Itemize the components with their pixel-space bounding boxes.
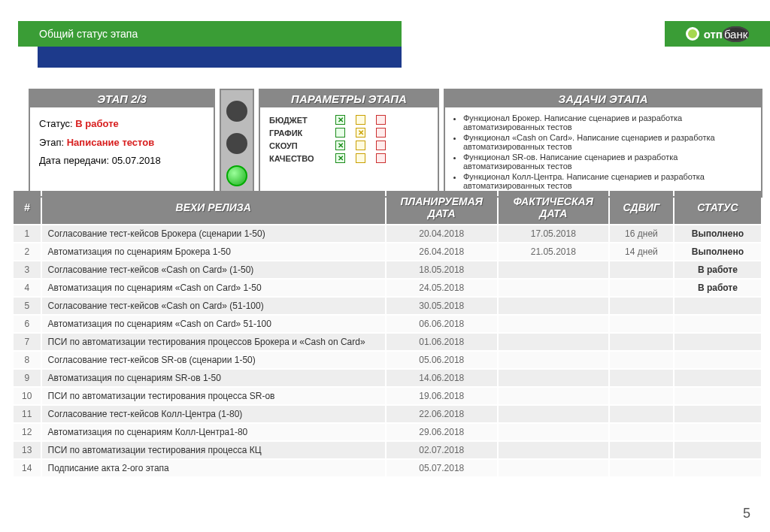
brand-logo: отпбанк (665, 21, 770, 47)
cell (675, 388, 761, 404)
logo-brand: отп (704, 28, 723, 41)
table-row: 3Согласование тест-кейсов «Cash on Card»… (14, 261, 761, 278)
task-item: Функционал «Cash on Card». Написание сце… (463, 133, 753, 151)
traffic-light (220, 89, 254, 198)
cell: 20.04.2018 (387, 225, 497, 242)
stage-phase-value: Написание тестов (67, 137, 155, 148)
cell: 11 (14, 406, 41, 422)
params-body: БЮДЖЕТ✕ГРАФИК✕СКОУП✕КАЧЕСТВО✕ (260, 107, 438, 171)
cell: 17.05.2018 (499, 225, 609, 242)
cell (610, 352, 673, 368)
cell: 3 (14, 261, 41, 278)
cell: Согласование тест-кейсов «Cash on Card» … (42, 261, 385, 278)
milestones-panel: # ВЕХИ РЕЛИЗА ПЛАНИРУЕМАЯ ДАТА ФАКТИЧЕСК… (12, 189, 762, 478)
stage-status-label: Статус: (39, 118, 73, 129)
stage-head: ЭТАП 2/3 (30, 90, 214, 107)
summary-row: ЭТАП 2/3 Статус: В работе Этап: Написани… (29, 89, 762, 198)
cell: 22.06.2018 (387, 406, 497, 422)
cell (675, 334, 761, 350)
table-row: 5Согласование тест-кейсов «Cash on Card»… (14, 298, 761, 314)
table-row: 13ПСИ по автоматизации тестирования проц… (14, 442, 761, 458)
traffic-yellow-icon (226, 133, 247, 154)
cell: 6 (14, 316, 41, 332)
param-row: БЮДЖЕТ✕ (269, 113, 429, 126)
cell: Согласование тест-кейсов SR-ов (сценарии… (42, 352, 385, 368)
stage-phase-label: Этап: (39, 137, 64, 148)
cell (610, 424, 673, 440)
logo-icon (686, 27, 699, 41)
param-y-box (356, 115, 365, 125)
param-label: КАЧЕСТВО (269, 154, 325, 163)
title-underbar (38, 47, 402, 68)
cell (610, 261, 673, 278)
param-g-box: ✕ (335, 115, 345, 125)
cell (499, 261, 609, 278)
stage-status-row: Статус: В работе (39, 115, 205, 134)
logo-suffix: банк (723, 26, 749, 42)
traffic-green-icon (226, 165, 247, 186)
table-row: 14Подписание акта 2-ого этапа05.07.2018 (14, 460, 761, 476)
cell (610, 388, 673, 404)
cell: 01.06.2018 (387, 334, 497, 350)
task-item: Функционал Брокер. Написание сценариев и… (463, 113, 753, 131)
col-status: СТАТУС (675, 191, 761, 224)
table-row: 10ПСИ по автоматизации тестирования проц… (14, 388, 761, 404)
table-row: 2Автоматизация по сценариям Брокера 1-50… (14, 243, 761, 260)
cell: 5 (14, 298, 41, 314)
cell (499, 316, 609, 332)
col-plan: ПЛАНИРУЕМАЯ ДАТА (387, 191, 497, 224)
cell (499, 442, 609, 458)
cell: 14.06.2018 (387, 370, 497, 386)
cell (610, 298, 673, 314)
cell (499, 406, 609, 422)
traffic-red-icon (226, 101, 247, 122)
cell (675, 370, 761, 386)
stage-handover-value: 05.07.2018 (112, 155, 161, 166)
cell: Согласование тест-кейсов Брокера (сценар… (42, 225, 385, 242)
cell: 14 дней (610, 243, 673, 260)
param-y-box: ✕ (356, 128, 365, 138)
cell: ПСИ по автоматизации тестирования процес… (42, 334, 385, 350)
col-number: # (14, 191, 41, 224)
cell (499, 424, 609, 440)
cell: 1 (14, 225, 41, 242)
cell: В работе (675, 261, 761, 278)
cell (499, 460, 609, 476)
cell (610, 460, 673, 476)
cell: Автоматизация по сценариям Брокера 1-50 (42, 243, 385, 260)
milestones-head: # ВЕХИ РЕЛИЗА ПЛАНИРУЕМАЯ ДАТА ФАКТИЧЕСК… (14, 191, 761, 224)
cell: 24.05.2018 (387, 280, 497, 296)
col-fact: ФАКТИЧЕСКАЯ ДАТА (499, 191, 609, 224)
cell: Автоматизация по сценариям «Cash on Card… (42, 280, 385, 296)
cell (610, 406, 673, 422)
table-row: 9Автоматизация по сценариям SR-ов 1-5014… (14, 370, 761, 386)
tasks-head: ЗАДАЧИ ЭТАПА (445, 90, 761, 107)
cell: 16 дней (610, 225, 673, 242)
param-r-box (376, 115, 386, 125)
cell (499, 352, 609, 368)
stage-phase-row: Этап: Написание тестов (39, 134, 205, 153)
param-g-box: ✕ (335, 141, 345, 150)
cell: Выполнено (675, 225, 761, 242)
cell: Согласование тест-кейсов «Cash on Card» … (42, 298, 385, 314)
cell (499, 298, 609, 314)
cell: 14 (14, 460, 41, 476)
cell: В работе (675, 280, 761, 296)
task-item: Функционал SR-ов. Написание сценариев и … (463, 153, 753, 171)
params-panel: ПАРАМЕТРЫ ЭТАПА БЮДЖЕТ✕ГРАФИК✕СКОУП✕КАЧЕ… (259, 89, 439, 198)
page-title: Общий статус этапа (18, 21, 402, 47)
cell (499, 388, 609, 404)
params-head: ПАРАМЕТРЫ ЭТАПА (260, 90, 438, 107)
cell (499, 370, 609, 386)
cell: 13 (14, 442, 41, 458)
table-row: 7ПСИ по автоматизации тестирования проце… (14, 334, 761, 350)
cell: 29.06.2018 (387, 424, 497, 440)
table-row: 1Согласование тест-кейсов Брокера (сцена… (14, 225, 761, 242)
table-row: 6Автоматизация по сценариям «Cash on Car… (14, 316, 761, 332)
cell: Выполнено (675, 243, 761, 260)
param-y-box (356, 153, 365, 163)
cell (675, 406, 761, 422)
cell (499, 280, 609, 296)
cell: 30.05.2018 (387, 298, 497, 314)
param-r-box (376, 141, 386, 150)
